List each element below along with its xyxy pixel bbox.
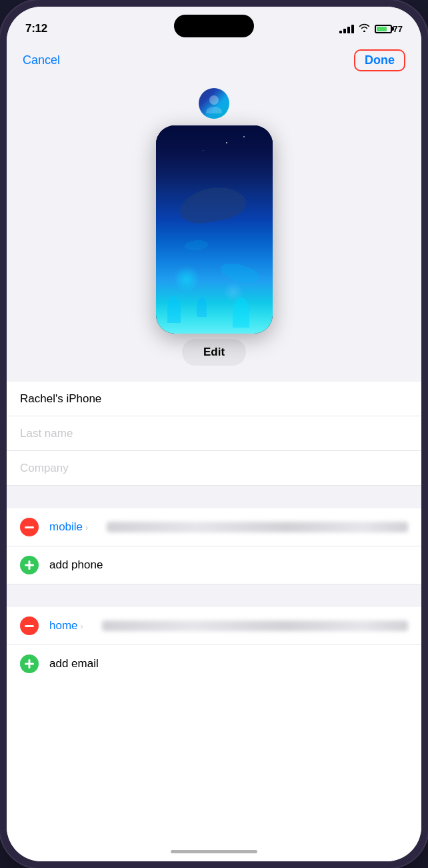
signal-bar-4 (351, 25, 354, 33)
phone-chevron-icon: › (85, 522, 88, 532)
company-input[interactable] (20, 462, 408, 475)
wallpaper-preview (156, 125, 273, 334)
first-name-input[interactable] (20, 392, 408, 406)
phone-frame: 7:12 (0, 0, 428, 868)
phone-preview (156, 125, 273, 334)
ocean-scene (156, 125, 273, 334)
ocean-glow-1 (173, 266, 200, 292)
edit-button[interactable]: Edit (182, 339, 246, 366)
particle-3 (243, 136, 245, 137)
phone-label-text: mobile (49, 520, 83, 534)
fish-shape (219, 260, 261, 287)
company-field[interactable] (7, 451, 421, 486)
dynamic-island (174, 15, 254, 37)
battery-percent: 77 (393, 24, 403, 34)
email-value-blurred (102, 620, 408, 631)
wifi-icon (359, 23, 370, 34)
svg-point-2 (206, 107, 222, 113)
status-time: 7:12 (25, 22, 47, 35)
add-phone-row[interactable]: add phone (7, 546, 421, 584)
plus-icon (25, 560, 34, 570)
signal-bars-icon (339, 24, 354, 33)
battery-indicator: 77 (375, 24, 403, 34)
add-email-button[interactable] (20, 655, 39, 673)
email-home-row: home › (7, 607, 421, 645)
done-button[interactable]: Done (354, 49, 405, 71)
email-label-text: home (49, 619, 78, 632)
phone-preview-container: Edit (147, 125, 281, 366)
coral-1 (167, 296, 181, 323)
bottom-spacer (7, 683, 421, 709)
phone-label[interactable]: mobile › (49, 520, 88, 534)
section-gap-2 (7, 584, 421, 607)
nav-bar: Cancel Done (7, 43, 421, 77)
ocean-surface (156, 125, 273, 188)
phone-mobile-row: mobile › (7, 508, 421, 546)
plus-icon-email (25, 659, 34, 669)
section-gap-1 (7, 486, 421, 508)
screen: 7:12 (7, 7, 421, 861)
battery-icon (375, 25, 392, 33)
add-email-label: add email (49, 657, 99, 671)
avatar[interactable] (199, 88, 229, 119)
coral-3 (233, 298, 249, 328)
first-name-field[interactable] (7, 382, 421, 416)
signal-bar-3 (347, 27, 350, 33)
last-name-field[interactable] (7, 416, 421, 451)
remove-email-button[interactable] (20, 616, 39, 635)
email-label[interactable]: home › (49, 619, 83, 632)
add-phone-label: add phone (49, 558, 103, 572)
battery-fill (377, 27, 387, 31)
add-email-row[interactable]: add email (7, 645, 421, 683)
email-chevron-icon: › (81, 621, 83, 631)
form-section: mobile › add phone home › (7, 382, 421, 861)
fish-shape-2 (185, 240, 209, 252)
signal-bar-1 (339, 31, 342, 33)
minus-icon (25, 526, 34, 528)
minus-icon-email (25, 625, 34, 627)
signal-bar-2 (343, 29, 346, 33)
svg-point-1 (209, 95, 219, 105)
whale-shape (177, 182, 248, 227)
home-indicator (171, 850, 257, 853)
avatar-section: Edit (7, 77, 421, 382)
last-name-input[interactable] (20, 427, 408, 440)
remove-phone-button[interactable] (20, 518, 39, 536)
particle-1 (226, 142, 227, 143)
coral-2 (197, 297, 207, 317)
phone-value-blurred (107, 522, 408, 532)
add-phone-button[interactable] (20, 556, 39, 574)
name-card (7, 382, 421, 486)
status-icons: 77 (339, 23, 403, 34)
cancel-button[interactable]: Cancel (23, 53, 60, 67)
